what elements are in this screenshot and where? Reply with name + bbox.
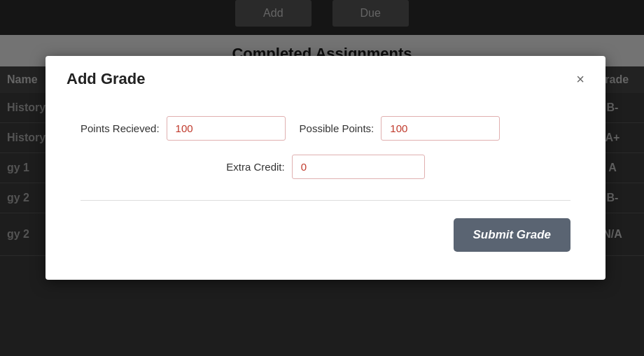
extra-credit-label: Extra Credit: <box>226 161 284 173</box>
modal-divider <box>80 200 570 201</box>
modal-title: Add Grade <box>66 70 145 88</box>
points-row: Points Recieved: Possible Points: <box>80 116 570 141</box>
extra-credit-row: Extra Credit: <box>80 155 570 179</box>
points-received-group: Points Recieved: <box>80 116 286 141</box>
possible-points-group: Possible Points: <box>300 116 500 141</box>
extra-credit-group: Extra Credit: <box>226 155 424 179</box>
points-received-label: Points Recieved: <box>80 122 160 134</box>
submit-grade-button[interactable]: Submit Grade <box>454 218 570 252</box>
add-grade-modal: Add Grade × Points Recieved: Possible Po… <box>46 56 606 280</box>
close-button[interactable]: × <box>576 72 584 86</box>
points-received-input[interactable] <box>167 116 286 141</box>
possible-points-label: Possible Points: <box>300 122 374 134</box>
possible-points-input[interactable] <box>381 116 500 141</box>
extra-credit-input[interactable] <box>292 155 425 179</box>
